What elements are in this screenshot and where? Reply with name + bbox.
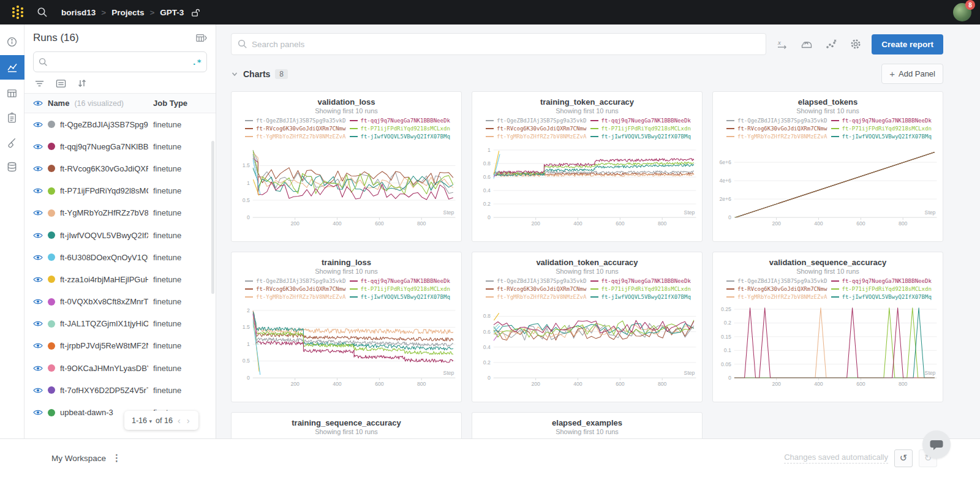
- panel-search-input[interactable]: [252, 40, 760, 49]
- pagination-range-dropdown[interactable]: 1-16 ▾: [132, 416, 152, 425]
- wandb-logo[interactable]: [9, 3, 27, 21]
- visibility-eye-icon[interactable]: [33, 364, 43, 372]
- sweeps-tab-icon[interactable]: [1, 131, 23, 153]
- visibility-eye-icon[interactable]: [33, 320, 43, 328]
- chart-panel[interactable]: training_token_accuracyShowing first 10 …: [472, 91, 703, 242]
- chart-panel[interactable]: validation_token_accuracyShowing first 1…: [472, 252, 703, 402]
- visibility-eye-icon[interactable]: [33, 209, 43, 217]
- avatar[interactable]: 8: [953, 3, 971, 21]
- runs-scrollbar[interactable]: [211, 141, 214, 294]
- run-row[interactable]: ft-P71ijFPdRiYqd92l8sMCfinetune: [24, 180, 216, 202]
- visibility-eye-icon[interactable]: [33, 187, 43, 195]
- chart-plot[interactable]: 00.511.52200400600800Step: [232, 302, 461, 394]
- chart-plot[interactable]: 00.20.40.60.8200400600800Step: [472, 302, 702, 394]
- visibility-eye-icon[interactable]: [33, 386, 43, 394]
- search-icon[interactable]: [37, 7, 48, 18]
- chart-panel[interactable]: validation_lossShowing first 10 runsft-Q…: [231, 91, 462, 242]
- chart-panel[interactable]: elapsed_examplesShowing first 10 runsft-…: [472, 412, 703, 438]
- visibility-eye-icon[interactable]: [33, 143, 43, 151]
- svg-text:1: 1: [247, 341, 250, 347]
- breadcrumb-project-name[interactable]: GPT-3: [160, 8, 184, 17]
- chart-plot[interactable]: 00.050.10.150.20.25200400600800Step: [713, 302, 943, 394]
- svg-text:0.4: 0.4: [483, 344, 491, 350]
- help-chat-button[interactable]: [922, 430, 951, 459]
- filter-icon[interactable]: [34, 78, 45, 88]
- run-row[interactable]: ft-YgMRbYoZHfRZz7bV8Nlfinetune: [24, 202, 216, 224]
- run-name[interactable]: ft-QgeZBdJIAj3SB7Spg9a: [60, 120, 148, 129]
- pagination-next-button[interactable]: ›: [186, 415, 191, 426]
- run-row[interactable]: ft-6U308DOexQnOyV1QNfinetune: [24, 246, 216, 268]
- legend-dash: [590, 280, 598, 282]
- run-name[interactable]: ft-RVcog6K30vGoJdiQXRr: [60, 164, 148, 173]
- run-name[interactable]: ft-qqj9q7NuegGa7NKlBBl: [60, 142, 148, 151]
- run-name[interactable]: ft-P71ijFPdRiYqd92l8sMC: [60, 186, 148, 195]
- run-row[interactable]: ft-JAL1TQZGjmIX1tjyHiOlfinetune: [24, 313, 216, 335]
- run-row[interactable]: ft-RVcog6K30vGoJdiQXRrfinetune: [24, 157, 216, 179]
- artifacts-tab-icon[interactable]: [1, 156, 23, 178]
- table-tab-icon[interactable]: [1, 82, 23, 104]
- workspace-menu-kebab-icon[interactable]: ⋮: [112, 453, 121, 464]
- chart-plot[interactable]: 00.511.5200400600800Step: [232, 141, 461, 233]
- visibility-eye-icon[interactable]: [33, 165, 43, 173]
- visibility-eye-icon[interactable]: [33, 254, 43, 261]
- run-row[interactable]: ft-jrpbPJVdj5ReW8tMF2Nfinetune: [24, 335, 216, 357]
- pagination-prev-button[interactable]: ‹: [176, 415, 182, 426]
- legend-dash: [831, 128, 839, 129]
- breadcrumb-projects[interactable]: Projects: [111, 8, 144, 17]
- visibility-eye-icon[interactable]: [33, 408, 43, 416]
- chart-panel[interactable]: training_sequence_accuracyShowing first …: [231, 412, 462, 438]
- overview-tab-icon[interactable]: [1, 31, 23, 53]
- chart-plot[interactable]: 02e+64e+66e+6200400600800Step: [713, 141, 943, 233]
- run-job-type: finetune: [153, 164, 207, 173]
- chart-plot[interactable]: 00.20.40.60.81200400600800Step: [472, 141, 702, 233]
- settings-gear-icon[interactable]: [850, 38, 862, 50]
- visibility-eye-icon[interactable]: [33, 276, 43, 284]
- group-icon[interactable]: [56, 78, 66, 88]
- smoothing-icon[interactable]: [801, 39, 813, 50]
- charts-workspace-tab-icon[interactable]: [0, 55, 24, 80]
- run-row[interactable]: ft-qqj9q7NuegGa7NKlBBlfinetune: [24, 135, 216, 157]
- run-name[interactable]: ft-0VQXbXv8Cft8xZMnrTZ: [60, 297, 148, 306]
- notification-badge[interactable]: 8: [965, 0, 975, 10]
- runs-search-input[interactable]: [51, 58, 192, 67]
- legend-item: ft-qqj9q7NuegGa7NK1BBBNeeDk: [590, 116, 695, 124]
- run-row[interactable]: ft-QgeZBdJIAj3SB7Spg9afinetune: [24, 113, 216, 135]
- regex-toggle-icon[interactable]: .*: [192, 58, 202, 67]
- sort-icon[interactable]: [77, 78, 87, 88]
- svg-text:0.8: 0.8: [483, 314, 491, 320]
- logs-tab-icon[interactable]: [1, 107, 23, 129]
- visibility-all-toggle[interactable]: [33, 99, 43, 107]
- run-name[interactable]: ft-jrpbPJVdj5ReW8tMF2N: [60, 341, 148, 350]
- expand-runs-table-button[interactable]: [196, 33, 207, 43]
- run-row[interactable]: ft-7ofHXY6D2DP5Z4V5rTvfinetune: [24, 379, 216, 401]
- visibility-eye-icon[interactable]: [33, 231, 43, 239]
- workspace-selector[interactable]: My Workspace: [51, 454, 106, 463]
- x-axis-settings-icon[interactable]: x: [776, 39, 788, 50]
- chart-panel[interactable]: validation_sequence_accuracyShowing firs…: [712, 252, 943, 402]
- run-color-dot: [48, 187, 55, 195]
- chart-panel[interactable]: training_lossShowing first 10 runsft-Qge…: [231, 252, 462, 402]
- run-row[interactable]: ft-jIwfVOQVL5VBwyQ2IfXfinetune: [24, 224, 216, 246]
- run-name[interactable]: ft-JAL1TQZGjmIX1tjyHiOl: [60, 319, 148, 328]
- column-header-job-type[interactable]: Job Type: [153, 99, 207, 108]
- run-name[interactable]: ft-jIwfVOQVL5VBwyQ2IfX: [60, 231, 148, 240]
- column-header-name[interactable]: Name: [48, 99, 69, 108]
- run-name[interactable]: ft-zza1oi4rbjMaHEjlPGuH: [60, 275, 148, 284]
- run-name[interactable]: ft-9OKCaJHMnYLyasDBYF: [60, 364, 148, 373]
- run-row[interactable]: ft-zza1oi4rbjMaHEjlPGuHfinetune: [24, 268, 216, 290]
- run-row[interactable]: ft-9OKCaJHMnYLyasDBYFfinetune: [24, 357, 216, 379]
- create-report-button[interactable]: Create report: [872, 34, 943, 54]
- run-name[interactable]: ft-YgMRbYoZHfRZz7bV8Nl: [60, 208, 148, 217]
- add-panel-button[interactable]: +Add Panel: [881, 64, 943, 84]
- run-name[interactable]: ft-7ofHXY6D2DP5Z4V5rTv: [60, 386, 148, 395]
- undo-button[interactable]: ↺: [894, 449, 913, 467]
- visibility-eye-icon[interactable]: [33, 342, 43, 350]
- visibility-eye-icon[interactable]: [33, 298, 43, 306]
- run-name[interactable]: ft-6U308DOexQnOyV1QN: [60, 253, 148, 262]
- breadcrumb-user[interactable]: borisd13: [61, 8, 96, 17]
- run-row[interactable]: ft-0VQXbXv8Cft8xZMnrTZfinetune: [24, 291, 216, 313]
- visibility-eye-icon[interactable]: [33, 121, 43, 129]
- chevron-down-icon[interactable]: [231, 70, 238, 78]
- chart-panel[interactable]: elapsed_tokensShowing first 10 runsft-Qg…: [712, 91, 943, 242]
- outliers-icon[interactable]: [825, 39, 837, 50]
